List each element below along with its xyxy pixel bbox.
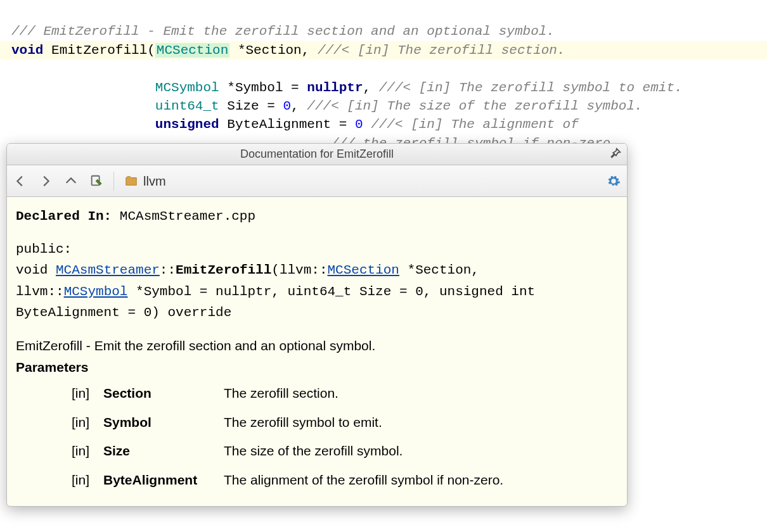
- inline-doc: ///< [in] The alignment of: [371, 117, 579, 132]
- popup-body: Declared In: MCAsmStreamer.cpp public: v…: [7, 197, 627, 506]
- forward-icon[interactable]: [39, 174, 53, 188]
- declared-in-label: Declared In:: [16, 209, 112, 224]
- param-name: Symbol: [103, 412, 217, 433]
- signature-line-2: llvm::MCSymbol *Symbol = nullptr, uint64…: [16, 281, 618, 303]
- declared-in: Declared In: MCAsmStreamer.cpp: [16, 206, 618, 227]
- keyword: unsigned: [155, 117, 219, 132]
- signature: public: void MCAsmStreamer::EmitZerofill…: [16, 239, 618, 324]
- param-row: [in]SymbolThe zerofill symbol to emit.: [16, 408, 618, 437]
- param-row: [in]SectionThe zerofill section.: [16, 379, 618, 408]
- param-desc: The zerofill symbol to emit.: [224, 412, 618, 433]
- inline-doc: ///< [in] The zerofill symbol to emit.: [379, 80, 683, 95]
- function-name: EmitZerofill(: [43, 43, 155, 58]
- project-name: llvm: [143, 172, 166, 190]
- param-name: ByteAlignment: [103, 469, 217, 491]
- nav-buttons: [13, 174, 103, 188]
- param-direction: [in]: [72, 412, 97, 433]
- documentation-popup: Documentation for EmitZerofill llvm Decl…: [6, 143, 628, 507]
- code-line: uint64_t Size = 0, ///< [in] The size of…: [11, 99, 643, 113]
- param: *Section,: [229, 43, 318, 58]
- back-icon[interactable]: [13, 174, 27, 188]
- parameter-list: [in]SectionThe zerofill section. [in]Sym…: [16, 379, 618, 494]
- popup-titlebar[interactable]: Documentation for EmitZerofill: [7, 144, 627, 165]
- keyword: void: [11, 43, 43, 58]
- signature-line-1: void MCAsmStreamer::EmitZerofill(llvm::M…: [16, 260, 618, 281]
- param-direction: [in]: [72, 469, 97, 491]
- popup-toolbar: llvm: [7, 165, 627, 197]
- param-desc: The alignment of the zerofill symbol if …: [224, 469, 618, 491]
- class-link[interactable]: MCAsmStreamer: [56, 263, 160, 277]
- param-desc: The size of the zerofill symbol.: [224, 440, 618, 462]
- param-name: Section: [103, 383, 217, 404]
- param-row: [in]ByteAlignmentThe alignment of the ze…: [16, 466, 618, 495]
- type-link[interactable]: MCSection: [328, 263, 399, 277]
- param-row: [in]SizeThe size of the zerofill symbol.: [16, 436, 618, 466]
- pin-icon[interactable]: [608, 147, 622, 161]
- access-modifier: public:: [16, 239, 618, 260]
- inline-doc: ///< [in] The size of the zerofill symbo…: [307, 99, 642, 113]
- number: 0: [283, 99, 292, 113]
- brief-doc: EmitZerofill - Emit the zerofill section…: [16, 335, 618, 357]
- code-line: MCSymbol *Symbol = nullptr, ///< [in] Th…: [11, 80, 683, 95]
- param-name: Size: [103, 440, 217, 462]
- popup-title-text: Documentation for EmitZerofill: [240, 146, 394, 162]
- separator: [113, 172, 114, 191]
- function-name: EmitZerofill: [176, 263, 271, 277]
- param-direction: [in]: [72, 383, 97, 404]
- number: 0: [355, 117, 363, 132]
- inline-doc: ///< [in] The zerofill section.: [318, 43, 565, 58]
- project-label[interactable]: llvm: [124, 172, 166, 190]
- gear-icon[interactable]: [607, 174, 621, 188]
- highlighted-line: void EmitZerofill(MCSection *Section, //…: [0, 41, 767, 60]
- folder-icon: [124, 174, 138, 188]
- param-direction: [in]: [72, 440, 97, 462]
- signature-line-3: ByteAlignment = 0) override: [16, 302, 618, 324]
- type: MCSection: [155, 43, 229, 58]
- code-line: unsigned ByteAlignment = 0 ///< [in] The…: [11, 117, 579, 132]
- up-icon[interactable]: [64, 174, 78, 188]
- param-desc: The zerofill section.: [224, 383, 618, 404]
- edit-icon[interactable]: [89, 174, 103, 188]
- type: uint64_t: [155, 99, 219, 113]
- declared-in-file: MCAsmStreamer.cpp: [112, 209, 255, 224]
- doc-comment-line: /// EmitZerofill - Emit the zerofill sec…: [11, 24, 555, 39]
- parameters-header: Parameters: [16, 357, 618, 378]
- keyword: nullptr: [307, 80, 363, 95]
- type-link[interactable]: MCSymbol: [64, 284, 128, 299]
- type: MCSymbol: [155, 80, 219, 95]
